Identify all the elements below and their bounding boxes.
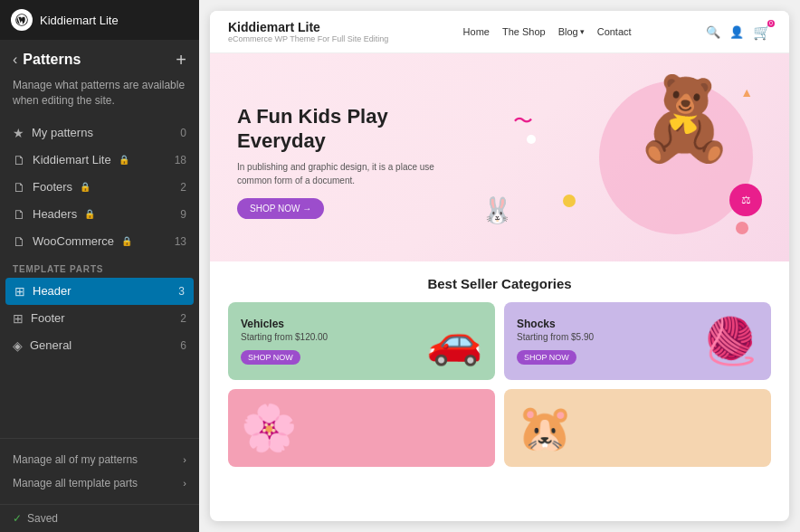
category-img-vehicles: 🚗 (426, 315, 482, 367)
bottom-categories-row: 🌸 🐹 (228, 389, 771, 467)
sidebar-description: Manage what patterns are available when … (0, 74, 199, 119)
chevron-right-icon-2: › (183, 478, 186, 489)
sidebar-item-header-template[interactable]: ⊞ Header 3 (5, 278, 194, 305)
circle-deco-3 (736, 222, 748, 234)
lock-icon-kiddiemart: 🔒 (119, 155, 129, 165)
woo-label: WooCommerce (33, 234, 114, 248)
site-icons: 🔍 👤 🛒 0 (706, 24, 771, 41)
nav-blog[interactable]: Blog ▾ (558, 26, 585, 37)
hero-shop-now-button[interactable]: SHOP NOW → (237, 198, 324, 219)
category-price-shocks: Starting from $5.90 (517, 332, 594, 342)
manage-my-patterns-link[interactable]: Manage all of my patterns › (13, 448, 186, 471)
site-preview-scroll[interactable]: Kiddiemart Lite eCommerce WP Theme For F… (210, 11, 789, 521)
chevron-down-icon: ▾ (580, 27, 585, 36)
diamond-icon-general: ◈ (13, 338, 23, 353)
sidebar-footer: Manage all of my patterns › Manage all t… (0, 438, 199, 504)
lock-icon-woo: 🔒 (121, 236, 132, 246)
site-name: Kiddiemart Lite (228, 20, 388, 34)
footer-template-count: 2 (180, 312, 186, 325)
nav-home[interactable]: Home (463, 26, 490, 37)
chevron-right-icon: › (183, 454, 186, 465)
sidebar-item-footer-template[interactable]: ⊞ Footer 2 (0, 305, 199, 332)
header-template-label: Header (33, 284, 71, 298)
sidebar-header: ‹ Patterns + (0, 40, 199, 74)
grid-icon-header: ⊞ (14, 284, 25, 299)
woo-count: 13 (175, 235, 186, 248)
sidebar-item-general-template[interactable]: ◈ General 6 (0, 332, 199, 359)
category-name-shocks: Shocks (517, 318, 594, 330)
category-img-pink: 🌸 (241, 402, 297, 454)
grid-icon-footer: ⊞ (13, 311, 24, 326)
triangle-decoration: ▲ (740, 85, 753, 100)
sidebar-back-button[interactable]: ‹ Patterns (13, 52, 81, 68)
category-price-vehicles: Starting from $120.00 (241, 332, 328, 342)
best-sellers-section: Best Seller Categories Vehicles Starting… (210, 261, 789, 476)
hero-description: In publishing and graphic design, it is … (237, 160, 436, 187)
circle-deco-1 (527, 135, 536, 144)
sidebar-item-woocommerce[interactable]: 🗋 WooCommerce 🔒 13 (0, 228, 199, 255)
sidebar-title: Patterns (23, 52, 81, 68)
header-template-count: 3 (178, 285, 185, 298)
file-icon: 🗋 (13, 153, 25, 167)
kiddiemart-count: 18 (175, 154, 186, 166)
my-patterns-count: 0 (180, 127, 186, 139)
footers-label: Footers (33, 180, 72, 194)
wp-logo (11, 9, 33, 31)
category-info-vehicles: Vehicles Starting from $120.00 SHOP NOW (241, 318, 328, 365)
saved-label: Saved (27, 512, 58, 525)
sidebar-item-my-patterns[interactable]: ★ My patterns 0 (0, 119, 199, 147)
sidebar-item-kiddiemart-lite[interactable]: 🗋 Kiddiemart Lite 🔒 18 (0, 147, 199, 174)
template-parts-section-label: TEMPLATE PARTS (0, 255, 199, 278)
site-logo-area: Kiddiemart Lite eCommerce WP Theme For F… (228, 20, 388, 43)
file-icon-footers: 🗋 (13, 180, 25, 195)
sidebar-top-bar: Kiddiemart Lite (0, 0, 199, 40)
star-icon: ★ (13, 126, 24, 140)
checkmark-icon: ✓ (13, 512, 22, 525)
preview-frame: Kiddiemart Lite eCommerce WP Theme For F… (210, 11, 789, 521)
search-icon[interactable]: 🔍 (706, 25, 720, 39)
cart-icon[interactable]: 🛒 0 (753, 24, 771, 41)
sidebar-app-title: Kiddiemart Lite (40, 14, 119, 27)
lock-icon-headers: 🔒 (84, 209, 95, 219)
spiral-decoration: 〜 (513, 108, 533, 135)
category-card-shocks: Shocks Starting from $5.90 SHOP NOW 🧶 (504, 302, 771, 380)
kiddiemart-label: Kiddiemart Lite (33, 153, 111, 166)
footer-template-label: Footer (31, 311, 65, 325)
best-sellers-title: Best Seller Categories (228, 276, 771, 291)
manage-my-patterns-label: Manage all of my patterns (13, 453, 138, 466)
category-info-shocks: Shocks Starting from $5.90 SHOP NOW (517, 318, 594, 365)
sidebar-item-footers[interactable]: 🗋 Footers 🔒 2 (0, 174, 199, 201)
nav-shop[interactable]: The Shop (502, 26, 546, 37)
category-img-peach: 🐹 (517, 402, 573, 454)
category-btn-vehicles[interactable]: SHOP NOW (241, 350, 300, 365)
scale-decoration: ⚖ (729, 184, 762, 216)
hero-section: A Fun Kids Play Everyday In publishing a… (210, 53, 789, 261)
manage-template-parts-label: Manage all template parts (13, 477, 138, 489)
category-card-pink: 🌸 (228, 389, 495, 467)
nav-contact[interactable]: Contact (597, 26, 632, 37)
cart-badge-count: 0 (767, 20, 775, 27)
sidebar-nav: ★ My patterns 0 🗋 Kiddiemart Lite 🔒 18 🗋… (0, 119, 199, 438)
general-template-label: General (30, 338, 71, 352)
manage-template-parts-link[interactable]: Manage all template parts › (13, 471, 186, 495)
category-btn-shocks[interactable]: SHOP NOW (517, 350, 576, 365)
headers-count: 9 (180, 208, 186, 221)
category-card-peach: 🐹 (504, 389, 771, 467)
hero-text: A Fun Kids Play Everyday In publishing a… (237, 105, 436, 219)
category-img-shocks: 🧶 (702, 315, 758, 367)
sidebar-item-headers[interactable]: 🗋 Headers 🔒 9 (0, 201, 199, 228)
file-icon-headers: 🗋 (13, 207, 25, 222)
teddy-bear-image: 🧸 (633, 71, 735, 166)
sidebar: Kiddiemart Lite ‹ Patterns + Manage what… (0, 0, 199, 532)
user-icon[interactable]: 👤 (729, 25, 744, 39)
site-nav: Home The Shop Blog ▾ Contact (463, 26, 632, 37)
file-icon-woo: 🗋 (13, 234, 25, 249)
general-template-count: 6 (180, 339, 186, 352)
footers-count: 2 (180, 181, 186, 194)
add-pattern-button[interactable]: + (176, 51, 186, 69)
categories-grid: Vehicles Starting from $120.00 SHOP NOW … (228, 302, 771, 380)
category-name-vehicles: Vehicles (241, 318, 328, 330)
rabbit-decoration: 🐰 (481, 195, 513, 225)
lock-icon-footers: 🔒 (80, 182, 90, 192)
headers-label: Headers (33, 207, 77, 221)
